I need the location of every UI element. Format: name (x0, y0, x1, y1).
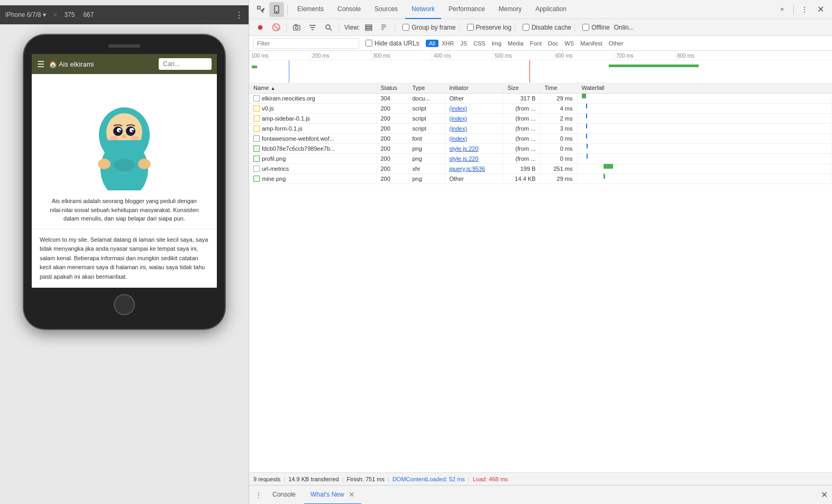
network-requests-table: Name ▲ Status Type Initiator Size Time W… (249, 83, 832, 472)
more-tabs-button[interactable]: » (774, 0, 790, 19)
toolbar-sep-3 (395, 23, 395, 32)
device-toolbar: iPhone 6/7/8 ▾ ✕ 375 667 ⋮ (0, 5, 249, 24)
filter-other-button[interactable]: Other (606, 40, 627, 47)
bottom-tab-whats-new[interactable]: What's New ✕ (304, 485, 361, 505)
tab-performance[interactable]: Performance (442, 0, 491, 19)
hide-data-urls-checkbox[interactable]: Hide data URLs (365, 40, 419, 47)
cell-size: (from ... (503, 114, 540, 124)
record-button[interactable]: ⏺ (253, 21, 267, 34)
finish-time: Finish: 751 ms (346, 476, 385, 482)
filter-toggle-button[interactable] (306, 21, 319, 34)
phone-screen: ☰ 🏠 Ais elkirami (32, 54, 217, 288)
col-header-size[interactable]: Size (503, 83, 540, 94)
table-row[interactable]: mine.png 200 png Other 14.4 KB 29 ms (249, 174, 832, 184)
svg-point-23 (296, 26, 298, 29)
col-header-status[interactable]: Status (376, 83, 408, 94)
svg-point-18 (114, 159, 135, 171)
filter-manifest-button[interactable]: Manifest (577, 40, 606, 47)
table-row[interactable]: amp-form-0.1.js 200 script (index) (from… (249, 124, 832, 134)
bottom-tab-console[interactable]: Console (266, 485, 302, 505)
file-icon (253, 125, 260, 132)
timeline-tick-200: 200 ms (310, 51, 371, 60)
hamburger-icon[interactable]: ☰ (37, 59, 44, 69)
welcome-text: Welcom to my site. Selamat datang di lam… (40, 235, 209, 282)
site-logo: 🏠 Ais elkirami (49, 60, 154, 68)
table-row[interactable]: fdcb078e7c6ccb7989ee7b... 200 png style.… (249, 144, 832, 154)
table-row[interactable]: fontawesome-webfont.wof... 200 font (ind… (249, 134, 832, 144)
network-toolbar: ⏺ 🚫 View: (249, 19, 832, 36)
device-toggle-button[interactable] (269, 2, 284, 17)
device-name[interactable]: iPhone 6/7/8 ▾ (5, 11, 46, 19)
cell-type: script (408, 114, 445, 124)
cell-time: 251 ms (540, 164, 577, 174)
view-list-button[interactable] (362, 21, 376, 34)
devtools-settings-button[interactable]: ⋮ (797, 2, 812, 17)
group-by-frame-checkbox[interactable]: Group by frame (403, 24, 455, 31)
phone-home-button[interactable] (114, 294, 135, 315)
search-button[interactable] (322, 21, 335, 34)
cell-size: (from ... (503, 144, 540, 154)
filter-css-button[interactable]: CSS (470, 40, 489, 47)
disable-cache-checkbox[interactable]: Disable cache (523, 24, 571, 31)
filter-xhr-button[interactable]: XHR (438, 40, 457, 47)
tab-console[interactable]: Console (331, 0, 367, 19)
filter-input[interactable] (253, 38, 359, 49)
filter-ws-button[interactable]: WS (562, 40, 578, 47)
cell-waterfall (577, 164, 832, 174)
tab-memory[interactable]: Memory (492, 0, 528, 19)
svg-point-2 (138, 159, 151, 169)
col-header-time[interactable]: Time (540, 83, 577, 94)
col-header-waterfall[interactable]: Waterfall (577, 83, 832, 94)
cell-type: xhr (408, 164, 445, 174)
close-all-button[interactable]: ✕ (821, 490, 828, 500)
cell-initiator: style.js:220 (445, 154, 503, 164)
timeline-tick-300: 300 ms (371, 51, 432, 60)
cell-time: 0 ms (540, 144, 577, 154)
tab-network[interactable]: Network (405, 0, 441, 19)
cell-waterfall (577, 144, 832, 154)
search-input[interactable] (159, 58, 212, 70)
whats-new-close-button[interactable]: ✕ (349, 490, 355, 499)
filter-img-button[interactable]: Img (489, 40, 505, 47)
cell-type: png (408, 154, 445, 164)
device-options-button[interactable]: ⋮ (235, 10, 243, 20)
table-row[interactable]: url-metrics 200 xhr jquery.js:9536 199 B… (249, 164, 832, 174)
filter-all-button[interactable]: All (426, 40, 438, 47)
svg-rect-27 (365, 27, 372, 29)
view-waterfall-button[interactable] (378, 21, 391, 34)
cell-waterfall (577, 154, 832, 164)
transferred-size: 14.9 KB transferred (288, 476, 339, 482)
bottom-menu-button[interactable]: ⋮ (253, 489, 264, 501)
filter-js-button[interactable]: JS (457, 40, 470, 47)
cell-status: 200 (376, 124, 408, 134)
svg-point-1 (98, 159, 111, 169)
inspect-element-button[interactable] (253, 2, 268, 17)
table-row[interactable]: elkiram.neocities.org 304 docu... Other … (249, 94, 832, 104)
col-header-type[interactable]: Type (408, 83, 445, 94)
capture-screenshots-button[interactable] (290, 21, 304, 34)
devtools-close-button[interactable]: ✕ (813, 2, 828, 17)
col-header-name[interactable]: Name ▲ (249, 83, 376, 94)
filter-doc-button[interactable]: Doc (545, 40, 562, 47)
tab-sources[interactable]: Sources (368, 0, 404, 19)
table-row[interactable]: v0.js 200 script (index) (from ... 4 ms (249, 104, 832, 114)
preserve-log-checkbox[interactable]: Preserve log (467, 24, 511, 31)
cell-type: png (408, 174, 445, 184)
tab-application[interactable]: Application (529, 0, 573, 19)
svg-rect-24 (295, 24, 297, 25)
cell-type: script (408, 124, 445, 134)
table-row[interactable]: amp-sidebar-0.1.js 200 script (index) (f… (249, 114, 832, 124)
offline-checkbox[interactable]: Offline (582, 24, 609, 31)
load-time[interactable]: Load: 468 ms (473, 476, 508, 482)
cell-name: url-metrics (249, 164, 376, 174)
col-header-initiator[interactable]: Initiator (445, 83, 503, 94)
filter-font-button[interactable]: Font (527, 40, 545, 47)
domcontent-time[interactable]: DOMContentLoaded: 52 ms (392, 476, 465, 482)
cell-status: 200 (376, 144, 408, 154)
filter-media-button[interactable]: Media (505, 40, 527, 47)
requests-count: 9 requests (253, 476, 280, 482)
toolbar-sep-5 (515, 23, 515, 32)
table-row[interactable]: profil.png 200 png style.js:220 (from ..… (249, 154, 832, 164)
clear-button[interactable]: 🚫 (269, 21, 283, 34)
tab-elements[interactable]: Elements (291, 0, 330, 19)
